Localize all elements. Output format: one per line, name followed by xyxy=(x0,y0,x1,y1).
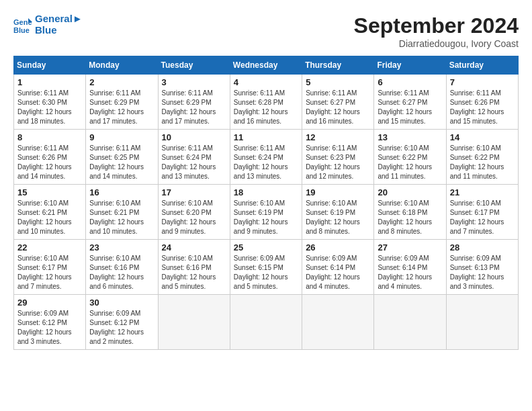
calendar-cell: 25 Sunrise: 6:09 AM Sunset: 6:15 PM Dayl… xyxy=(230,240,302,295)
calendar-cell: 15 Sunrise: 6:10 AM Sunset: 6:21 PM Dayl… xyxy=(14,185,86,240)
calendar-cell: 22 Sunrise: 6:10 AM Sunset: 6:17 PM Dayl… xyxy=(14,240,86,295)
header-monday: Monday xyxy=(86,56,158,75)
calendar-cell xyxy=(374,295,446,350)
day-number: 1 xyxy=(17,77,82,87)
day-number: 26 xyxy=(306,242,370,253)
day-number: 9 xyxy=(89,132,154,142)
location-subtitle: Diarratiedougou, Ivory Coast xyxy=(354,38,519,49)
day-number: 15 xyxy=(17,187,82,197)
day-details: Sunrise: 6:09 AM Sunset: 6:12 PM Dayligh… xyxy=(17,309,82,347)
calendar-cell: 3 Sunrise: 6:11 AM Sunset: 6:29 PM Dayli… xyxy=(158,75,230,130)
calendar-cell: 9 Sunrise: 6:11 AM Sunset: 6:25 PM Dayli… xyxy=(86,130,158,185)
logo: General Blue General► Blue xyxy=(13,13,83,36)
calendar-cell: 10 Sunrise: 6:11 AM Sunset: 6:24 PM Dayl… xyxy=(158,130,230,185)
day-details: Sunrise: 6:10 AM Sunset: 6:20 PM Dayligh… xyxy=(162,199,226,236)
week-row-5: 29 Sunrise: 6:09 AM Sunset: 6:12 PM Dayl… xyxy=(14,295,519,350)
day-details: Sunrise: 6:11 AM Sunset: 6:23 PM Dayligh… xyxy=(306,144,370,181)
calendar-cell: 23 Sunrise: 6:10 AM Sunset: 6:16 PM Dayl… xyxy=(86,240,158,295)
calendar-cell: 8 Sunrise: 6:11 AM Sunset: 6:26 PM Dayli… xyxy=(14,130,86,185)
calendar-cell: 28 Sunrise: 6:09 AM Sunset: 6:13 PM Dayl… xyxy=(446,240,518,295)
day-details: Sunrise: 6:11 AM Sunset: 6:29 PM Dayligh… xyxy=(89,89,154,126)
page-header: General Blue General► Blue September 202… xyxy=(13,13,519,49)
day-number: 5 xyxy=(306,77,370,87)
day-number: 6 xyxy=(378,77,442,87)
day-details: Sunrise: 6:09 AM Sunset: 6:14 PM Dayligh… xyxy=(378,254,442,291)
day-details: Sunrise: 6:11 AM Sunset: 6:26 PM Dayligh… xyxy=(17,144,82,181)
day-number: 3 xyxy=(162,77,226,87)
day-details: Sunrise: 6:10 AM Sunset: 6:22 PM Dayligh… xyxy=(378,144,442,181)
calendar-cell: 19 Sunrise: 6:10 AM Sunset: 6:19 PM Dayl… xyxy=(302,185,374,240)
calendar-cell: 4 Sunrise: 6:11 AM Sunset: 6:28 PM Dayli… xyxy=(230,75,302,130)
day-number: 12 xyxy=(306,132,370,142)
day-number: 28 xyxy=(450,242,515,253)
header-sunday: Sunday xyxy=(14,56,86,75)
logo-line2: Blue xyxy=(35,25,83,36)
day-number: 21 xyxy=(450,187,515,197)
calendar-cell: 18 Sunrise: 6:10 AM Sunset: 6:19 PM Dayl… xyxy=(230,185,302,240)
day-number: 7 xyxy=(450,77,515,87)
day-number: 20 xyxy=(378,187,442,197)
day-details: Sunrise: 6:10 AM Sunset: 6:22 PM Dayligh… xyxy=(450,144,515,181)
day-number: 10 xyxy=(162,132,226,142)
calendar-cell: 14 Sunrise: 6:10 AM Sunset: 6:22 PM Dayl… xyxy=(446,130,518,185)
day-number: 17 xyxy=(162,187,226,197)
day-details: Sunrise: 6:09 AM Sunset: 6:13 PM Dayligh… xyxy=(450,254,515,291)
week-row-2: 8 Sunrise: 6:11 AM Sunset: 6:26 PM Dayli… xyxy=(14,130,519,185)
calendar-cell: 17 Sunrise: 6:10 AM Sunset: 6:20 PM Dayl… xyxy=(158,185,230,240)
day-details: Sunrise: 6:10 AM Sunset: 6:21 PM Dayligh… xyxy=(89,199,154,236)
day-number: 16 xyxy=(89,187,154,197)
calendar-cell: 6 Sunrise: 6:11 AM Sunset: 6:27 PM Dayli… xyxy=(374,75,446,130)
day-details: Sunrise: 6:11 AM Sunset: 6:30 PM Dayligh… xyxy=(17,89,82,126)
day-number: 22 xyxy=(17,242,82,253)
day-number: 14 xyxy=(450,132,515,142)
calendar-cell: 27 Sunrise: 6:09 AM Sunset: 6:14 PM Dayl… xyxy=(374,240,446,295)
day-details: Sunrise: 6:10 AM Sunset: 6:19 PM Dayligh… xyxy=(234,199,298,236)
day-number: 19 xyxy=(306,187,370,197)
calendar-cell: 13 Sunrise: 6:10 AM Sunset: 6:22 PM Dayl… xyxy=(374,130,446,185)
calendar-cell: 7 Sunrise: 6:11 AM Sunset: 6:26 PM Dayli… xyxy=(446,75,518,130)
calendar-cell: 20 Sunrise: 6:10 AM Sunset: 6:18 PM Dayl… xyxy=(374,185,446,240)
calendar-cell: 1 Sunrise: 6:11 AM Sunset: 6:30 PM Dayli… xyxy=(14,75,86,130)
day-number: 4 xyxy=(234,77,298,87)
day-number: 25 xyxy=(234,242,298,253)
day-number: 8 xyxy=(17,132,82,142)
calendar-cell: 12 Sunrise: 6:11 AM Sunset: 6:23 PM Dayl… xyxy=(302,130,374,185)
day-number: 18 xyxy=(234,187,298,197)
header-tuesday: Tuesday xyxy=(158,56,230,75)
calendar-cell: 5 Sunrise: 6:11 AM Sunset: 6:27 PM Dayli… xyxy=(302,75,374,130)
week-row-3: 15 Sunrise: 6:10 AM Sunset: 6:21 PM Dayl… xyxy=(14,185,519,240)
calendar-table: Sunday Monday Tuesday Wednesday Thursday… xyxy=(13,56,519,350)
day-details: Sunrise: 6:11 AM Sunset: 6:24 PM Dayligh… xyxy=(234,144,298,181)
header-friday: Friday xyxy=(374,56,446,75)
calendar-cell: 16 Sunrise: 6:10 AM Sunset: 6:21 PM Dayl… xyxy=(86,185,158,240)
calendar-cell xyxy=(302,295,374,350)
day-number: 13 xyxy=(378,132,442,142)
day-details: Sunrise: 6:11 AM Sunset: 6:26 PM Dayligh… xyxy=(450,89,515,126)
day-details: Sunrise: 6:10 AM Sunset: 6:18 PM Dayligh… xyxy=(378,199,442,236)
calendar-cell: 11 Sunrise: 6:11 AM Sunset: 6:24 PM Dayl… xyxy=(230,130,302,185)
day-details: Sunrise: 6:11 AM Sunset: 6:27 PM Dayligh… xyxy=(378,89,442,126)
calendar-cell: 26 Sunrise: 6:09 AM Sunset: 6:14 PM Dayl… xyxy=(302,240,374,295)
month-title: September 2024 xyxy=(354,13,519,38)
day-details: Sunrise: 6:10 AM Sunset: 6:17 PM Dayligh… xyxy=(450,199,515,236)
header-thursday: Thursday xyxy=(302,56,374,75)
day-details: Sunrise: 6:09 AM Sunset: 6:15 PM Dayligh… xyxy=(234,254,298,291)
day-details: Sunrise: 6:11 AM Sunset: 6:27 PM Dayligh… xyxy=(306,89,370,126)
day-details: Sunrise: 6:09 AM Sunset: 6:14 PM Dayligh… xyxy=(306,254,370,291)
day-details: Sunrise: 6:09 AM Sunset: 6:12 PM Dayligh… xyxy=(89,309,154,347)
day-number: 27 xyxy=(378,242,442,253)
day-number: 11 xyxy=(234,132,298,142)
day-details: Sunrise: 6:10 AM Sunset: 6:19 PM Dayligh… xyxy=(306,199,370,236)
day-details: Sunrise: 6:11 AM Sunset: 6:25 PM Dayligh… xyxy=(89,144,154,181)
day-details: Sunrise: 6:11 AM Sunset: 6:29 PM Dayligh… xyxy=(162,89,226,126)
header-saturday: Saturday xyxy=(446,56,518,75)
weekday-header-row: Sunday Monday Tuesday Wednesday Thursday… xyxy=(14,56,519,75)
calendar-cell: 29 Sunrise: 6:09 AM Sunset: 6:12 PM Dayl… xyxy=(14,295,86,350)
day-number: 23 xyxy=(89,242,154,253)
day-number: 29 xyxy=(17,298,82,308)
calendar-cell: 2 Sunrise: 6:11 AM Sunset: 6:29 PM Dayli… xyxy=(86,75,158,130)
calendar-cell: 30 Sunrise: 6:09 AM Sunset: 6:12 PM Dayl… xyxy=(86,295,158,350)
day-details: Sunrise: 6:11 AM Sunset: 6:24 PM Dayligh… xyxy=(162,144,226,181)
day-details: Sunrise: 6:10 AM Sunset: 6:17 PM Dayligh… xyxy=(17,254,82,291)
day-details: Sunrise: 6:10 AM Sunset: 6:21 PM Dayligh… xyxy=(17,199,82,236)
